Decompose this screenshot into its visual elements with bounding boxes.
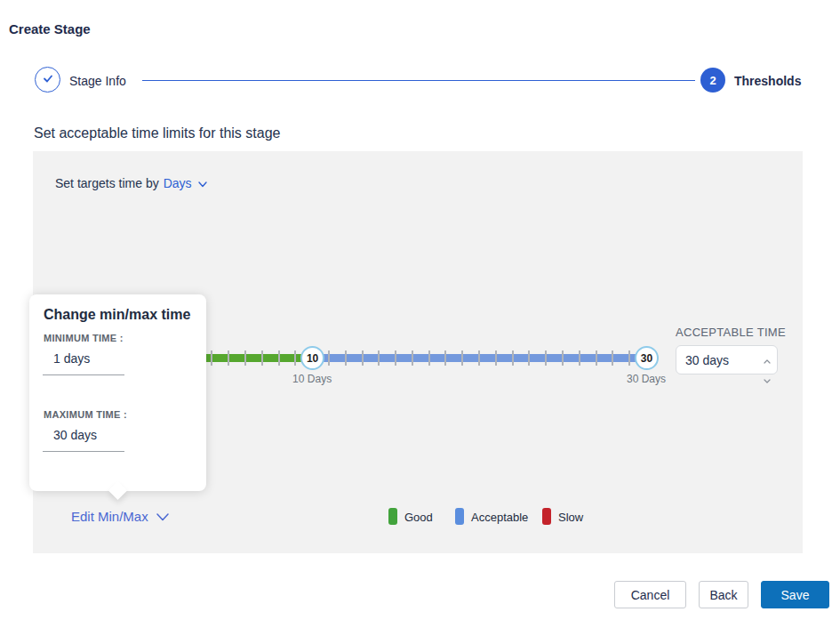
edit-minmax-link[interactable]: Edit Min/Max	[71, 509, 169, 524]
legend-swatch-slow	[542, 508, 551, 525]
slider-tick	[461, 350, 463, 366]
cancel-button[interactable]: Cancel	[614, 581, 686, 608]
slider-tick	[412, 350, 413, 366]
step2-circle[interactable]: 2	[700, 68, 725, 93]
slider-tick	[244, 350, 246, 366]
set-targets-row: Set targets time by Days	[55, 176, 207, 190]
minimum-time-input[interactable]	[43, 351, 124, 375]
slider-tick	[612, 350, 613, 366]
chevron-down-icon[interactable]	[156, 509, 169, 524]
slider-tick	[512, 350, 514, 366]
stepper-connector	[142, 80, 695, 81]
slider-tick	[545, 350, 547, 366]
slider-tick	[378, 350, 380, 366]
back-button[interactable]: Back	[699, 581, 748, 608]
slider-tick	[345, 350, 347, 366]
slider-tick	[278, 350, 280, 366]
edit-minmax-label[interactable]: Edit Min/Max	[71, 509, 148, 524]
acceptable-time-label: ACCEPTABLE TIME	[676, 326, 786, 339]
legend-label-slow: Slow	[558, 511, 583, 524]
slider-tick	[395, 350, 396, 366]
legend-label-good: Good	[404, 511, 433, 524]
slider-tick	[528, 350, 530, 366]
slider-tick	[294, 350, 296, 366]
arrow-up-icon[interactable]	[764, 351, 771, 367]
slider-tick	[362, 350, 364, 366]
acceptable-time-field[interactable]	[676, 345, 778, 374]
minimum-time-label: MINIMUM TIME :	[44, 333, 124, 343]
page-title: Create Stage	[9, 21, 91, 36]
maximum-time-label: MAXIMUM TIME :	[44, 409, 127, 420]
slider-tick	[562, 350, 564, 366]
slider-tick	[228, 350, 229, 366]
step1-label[interactable]: Stage Info	[69, 74, 126, 88]
legend-swatch-acceptable	[455, 508, 464, 525]
slider-tick	[261, 350, 263, 366]
maximum-time-input[interactable]	[43, 428, 124, 452]
arrow-down-icon[interactable]	[764, 371, 771, 387]
slider-tick	[596, 350, 597, 366]
slider-handle-max[interactable]: 30	[635, 346, 659, 370]
slider-handle-min[interactable]: 10	[300, 346, 324, 370]
step2-label: Thresholds	[734, 74, 801, 88]
slider-tick	[444, 350, 446, 366]
slider-max-caption: 30 Days	[627, 373, 666, 385]
slider-tick	[495, 350, 497, 366]
section-heading: Set acceptable time limits for this stag…	[34, 125, 280, 141]
set-targets-label: Set targets time by	[55, 176, 159, 190]
chevron-down-icon[interactable]	[196, 176, 207, 190]
targets-unit-dropdown[interactable]: Days	[164, 176, 192, 190]
slider-ticks	[162, 350, 648, 366]
change-minmax-popover: Change min/max time MINIMUM TIME : MAXIM…	[29, 294, 206, 491]
save-button[interactable]: Save	[761, 581, 829, 608]
slider-tick	[478, 350, 480, 366]
slider-tick	[211, 350, 212, 366]
slider-tick	[428, 350, 430, 366]
popover-title: Change min/max time	[44, 307, 190, 323]
slider-tick	[579, 350, 580, 366]
slider-tick	[628, 350, 630, 366]
legend-swatch-good	[388, 508, 397, 525]
step1-circle[interactable]	[35, 67, 60, 93]
acceptable-time-input[interactable]	[676, 346, 777, 374]
stepper-arrows[interactable]	[764, 351, 771, 387]
slider-min-caption: 10 Days	[292, 373, 332, 385]
legend-label-acceptable: Acceptable	[471, 511, 528, 524]
slider-tick	[328, 350, 330, 366]
check-icon	[41, 71, 55, 89]
